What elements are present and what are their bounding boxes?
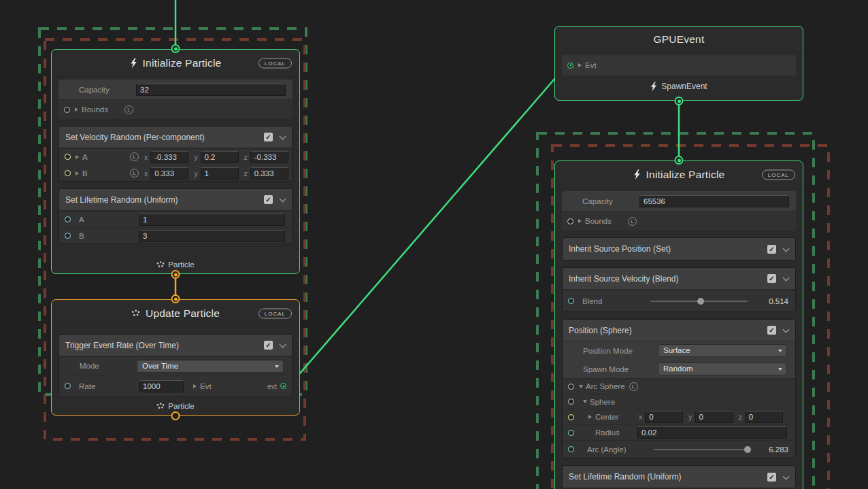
collapsed-arrow-icon[interactable] [76, 155, 79, 159]
collapsed-arrow-icon[interactable] [75, 107, 78, 112]
b-port[interactable] [65, 233, 71, 239]
velocity-a-row: A L x -0.333 y 0.2 z -0.333 [59, 148, 292, 165]
mode-dropdown[interactable]: Over Time [137, 360, 284, 373]
a-label: A [79, 216, 139, 224]
evt-output-port[interactable] [280, 383, 286, 389]
rate-label: Rate [79, 382, 139, 390]
block-enabled-checkbox[interactable] [264, 195, 273, 204]
rate-port[interactable] [65, 383, 71, 389]
a-z-field[interactable]: -0.333 [250, 151, 288, 163]
collapsed-arrow-icon[interactable] [588, 415, 592, 419]
b-port[interactable] [65, 170, 71, 176]
position-sphere-block[interactable]: Position (Sphere) Position Mode Surface … [562, 319, 796, 458]
set-lifetime-random-block[interactable]: Set Lifetime Random (Uniform) A 1 B 3 [59, 188, 293, 244]
expanded-arrow-icon[interactable] [583, 400, 587, 403]
blend-slider[interactable] [650, 301, 748, 302]
a-port[interactable] [65, 216, 71, 222]
position-mode-dropdown[interactable]: Surface [658, 344, 787, 357]
capacity-field[interactable]: 65536 [639, 195, 789, 207]
collapsed-arrow-icon[interactable] [76, 171, 79, 175]
flow-input-port[interactable] [171, 294, 180, 303]
block-enabled-checkbox[interactable] [767, 326, 776, 335]
flow-input-port[interactable] [171, 44, 180, 53]
a-x-field[interactable]: -0.333 [150, 151, 188, 163]
blend-value[interactable]: 0.514 [756, 297, 788, 305]
bounds-label: Bounds [585, 217, 612, 225]
initialize-particle-context-right[interactable]: Initialize Particle LOCAL Capacity 65536… [554, 161, 803, 489]
capacity-field[interactable]: 32 [136, 84, 286, 96]
arc-row: Arc (Angle) 6.283 [563, 440, 795, 458]
block-title: Set Lifetime Random (Uniform) [65, 195, 264, 205]
block-title: Inherit Source Velocity (Blend) [569, 274, 767, 284]
center-x-field[interactable]: 0 [645, 411, 683, 423]
a-port[interactable] [65, 154, 71, 160]
flow-output-port[interactable] [675, 97, 684, 105]
arc-sphere-port[interactable] [568, 384, 574, 390]
node-title: Update Particle [146, 307, 220, 320]
edge-evt-to-gpuevent[interactable] [290, 63, 569, 384]
b-y-field[interactable]: 1 [201, 167, 239, 180]
expanded-arrow-icon[interactable] [579, 385, 583, 388]
center-port[interactable] [568, 414, 574, 420]
inherit-source-position-block[interactable]: Inherit Source Position (Set) [562, 237, 796, 260]
center-z-field[interactable]: 0 [745, 411, 783, 423]
block-enabled-checkbox[interactable] [767, 274, 776, 283]
collapsed-arrow-icon[interactable] [578, 63, 582, 67]
arc-port[interactable] [568, 446, 574, 452]
blend-port[interactable] [568, 298, 574, 304]
block-enabled-checkbox[interactable] [264, 341, 273, 350]
x-axis-label: x [639, 413, 642, 421]
rate-field[interactable]: 1000 [139, 380, 184, 392]
chevron-down-icon[interactable] [280, 134, 286, 140]
radius-field[interactable]: 0.02 [637, 426, 787, 439]
lightning-icon [130, 58, 137, 68]
initialize-particle-context-left[interactable]: Initialize Particle LOCAL Capacity 32 Bo… [51, 49, 300, 274]
block-enabled-checkbox[interactable] [264, 133, 273, 141]
chevron-down-icon[interactable] [280, 197, 286, 203]
set-lifetime-random-block[interactable]: Set Lifetime Random (Uniform) [562, 465, 796, 488]
node-title-bar: GPUEvent [555, 27, 803, 52]
collapsed-arrow-icon[interactable] [193, 384, 197, 388]
block-enabled-checkbox[interactable] [767, 245, 776, 254]
slider-knob[interactable] [697, 298, 704, 305]
a-field[interactable]: 1 [139, 214, 285, 226]
bounds-port[interactable] [64, 107, 70, 113]
spawn-event-row: SpawnEvent [555, 82, 803, 91]
chevron-down-icon[interactable] [783, 327, 789, 333]
gpu-event-context[interactable]: GPUEvent Evt SpawnEvent [554, 26, 803, 101]
particle-output-label: Particle [52, 402, 299, 410]
trigger-event-rate-block[interactable]: Trigger Event Rate (Over Time) Mode Over… [59, 334, 293, 397]
y-axis-label: y [194, 153, 197, 161]
inherit-source-velocity-block[interactable]: Inherit Source Velocity (Blend) Blend 0.… [562, 267, 796, 312]
arc-value[interactable]: 6.283 [756, 445, 788, 454]
flow-output-port[interactable] [171, 411, 180, 420]
chevron-down-icon[interactable] [280, 342, 286, 348]
particle-icon [131, 309, 140, 317]
collapsed-arrow-icon[interactable] [578, 219, 582, 223]
spawn-mode-dropdown[interactable]: Random [658, 362, 787, 375]
center-y-field[interactable]: 0 [695, 411, 733, 423]
flow-input-port[interactable] [675, 156, 684, 165]
block-enabled-checkbox[interactable] [767, 473, 776, 482]
chevron-down-icon[interactable] [783, 474, 789, 480]
update-particle-context[interactable]: Update Particle LOCAL Trigger Event Rate… [51, 299, 300, 416]
slider-knob[interactable] [744, 446, 751, 453]
evt-input-port[interactable] [567, 63, 573, 69]
arc-slider[interactable] [654, 449, 748, 450]
set-velocity-random-block[interactable]: Set Velocity Random (Per-component) A L … [59, 126, 293, 182]
velocity-b-row: B L x 0.333 y 1 z 0.333 [59, 165, 292, 181]
b-field[interactable]: 3 [139, 230, 285, 242]
chevron-down-icon[interactable] [783, 246, 789, 252]
chevron-down-icon[interactable] [783, 275, 789, 282]
a-y-field[interactable]: 0.2 [201, 151, 239, 163]
sphere-port[interactable] [568, 399, 574, 405]
local-badge: LOCAL [762, 169, 795, 180]
bounds-port[interactable] [567, 218, 573, 224]
block-title: Position (Sphere) [569, 326, 767, 335]
node-settings: Capacity 32 Bounds L [59, 80, 293, 119]
flow-output-port[interactable] [171, 270, 180, 279]
b-x-field[interactable]: 0.333 [150, 167, 188, 180]
b-z-field[interactable]: 0.333 [250, 167, 288, 180]
node-title-bar: Initialize Particle LOCAL [52, 50, 299, 77]
radius-port[interactable] [568, 430, 574, 436]
